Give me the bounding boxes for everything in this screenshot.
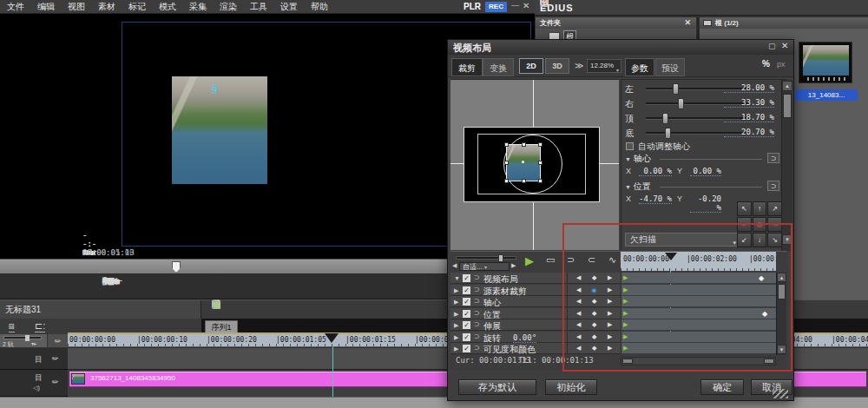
crop-bottom-slider-thumb[interactable] (665, 128, 671, 139)
nudge-up-right[interactable]: ↗ (767, 201, 782, 216)
zoom-level-select[interactable]: 12.28% ▾ (587, 59, 621, 73)
initialize-button[interactable]: 初始化 (545, 379, 597, 395)
track1-header[interactable]: 目 ✎ (0, 348, 68, 370)
anchor-reset-button[interactable]: ⊃ (767, 153, 779, 163)
scroll-up-icon[interactable]: ▲ (782, 81, 792, 91)
track2-lock-icon[interactable]: ✎ (50, 377, 61, 387)
track2-video-icon[interactable]: 目 (35, 372, 43, 384)
reset-icon[interactable]: ⊃ (474, 344, 480, 352)
anchor-x-value[interactable]: 0.00 % (639, 167, 672, 176)
enable-checkbox[interactable]: ✓ (463, 345, 470, 352)
bin-clip-card[interactable] (799, 42, 852, 83)
dialog-close-icon[interactable]: ✕ (781, 41, 788, 50)
sequence-tab[interactable]: 序列1 (205, 320, 238, 333)
scroll-thumb[interactable] (783, 94, 792, 118)
rec-mode-button[interactable]: REC (485, 2, 507, 12)
bin-clip-filename[interactable]: 13_14083... (795, 89, 858, 101)
bin-palette-button[interactable]: ⧈ (9, 320, 15, 332)
scrub-handle[interactable] (172, 261, 181, 273)
source-browser-button[interactable]: ⊏: (35, 320, 45, 332)
timeline-playhead[interactable] (325, 333, 339, 343)
enable-checkbox[interactable]: ✓ (463, 333, 470, 341)
tab-presets[interactable]: 预设 (655, 58, 685, 76)
track-scale-carets-icon[interactable]: ▾▸ (31, 340, 36, 346)
enable-checkbox[interactable]: ✓ (463, 321, 470, 329)
crop-handle[interactable] (504, 142, 509, 147)
dialog-resize-grip[interactable] (773, 389, 788, 398)
menu-item[interactable]: 素材 (98, 1, 115, 13)
interpolation-select[interactable]: 自适... ▾ (459, 262, 510, 271)
position-reset-button[interactable]: ⊃ (767, 181, 779, 191)
folder-panel-close-icon[interactable]: ✕ (684, 17, 691, 29)
keyframe-zoom-slider[interactable] (456, 256, 516, 260)
position-y-value[interactable]: -0.20 % (690, 194, 721, 213)
folder-panel-header[interactable]: 文件夹 ✕ (536, 17, 696, 29)
crop-handle[interactable] (538, 179, 542, 183)
mode-2d-button[interactable]: 2D (519, 58, 543, 74)
crop-top-value[interactable]: 18.70 % (724, 113, 774, 122)
menu-item[interactable]: 模式 (159, 1, 176, 13)
tab-parameters[interactable]: 参数 (625, 58, 654, 76)
menu-item[interactable]: 文件 (7, 1, 24, 13)
expand-icon[interactable]: ▼ (454, 275, 460, 281)
menu-item[interactable]: 设置 (280, 1, 298, 13)
menu-item[interactable]: 编辑 (37, 1, 55, 13)
crop-left-slider-thumb[interactable] (673, 83, 679, 95)
crop-handle[interactable] (522, 179, 526, 183)
crop-right-slider-thumb[interactable] (678, 98, 684, 109)
expand-icon[interactable]: ▶ (454, 334, 458, 341)
tab-transform[interactable]: 变换 (483, 58, 514, 76)
fit-view-icon[interactable]: ≫ (575, 61, 583, 70)
unit-percent-button[interactable]: % (762, 59, 770, 69)
nudge-up-left[interactable]: ↖ (737, 201, 752, 216)
preset-prev-icon[interactable]: ◀ (452, 262, 457, 269)
reset-icon[interactable]: ⊃ (474, 286, 480, 293)
anchor-point[interactable] (522, 161, 524, 163)
crop-left-value[interactable]: 28.00 % (724, 83, 774, 93)
expand-icon[interactable]: ▶ (454, 345, 458, 352)
track2-header[interactable]: 目 ◁) ✎ (0, 370, 68, 397)
nudge-up[interactable]: ↑ (753, 201, 767, 216)
crop-right-value[interactable]: 33.30 % (724, 98, 774, 108)
track2-audio-icon[interactable]: ◁) (33, 385, 40, 392)
expand-icon[interactable]: ▶ (454, 311, 458, 318)
dialog-titlebar[interactable]: 视频布局 ▢ ✕ (448, 40, 793, 55)
minimize-icon[interactable]: — (511, 1, 519, 10)
reset-icon[interactable]: ⊃ (474, 332, 480, 340)
menu-item[interactable]: 渲染 (220, 1, 237, 13)
kf-row-value[interactable]: 0.00° (513, 333, 536, 343)
save-default-button[interactable]: 存为默认 (458, 379, 536, 395)
reset-icon[interactable]: ⊃ (474, 273, 480, 281)
preset-next-icon[interactable]: ▶ (511, 262, 516, 269)
enable-checkbox[interactable]: ✓ (463, 298, 470, 306)
reset-icon[interactable]: ⊃ (474, 297, 480, 305)
position-x-value[interactable]: -4.70 % (639, 194, 672, 204)
reset-icon[interactable]: ⊃ (474, 309, 480, 317)
unit-pixel-button[interactable]: px (777, 60, 786, 69)
track1-lock-icon[interactable]: ✎ (50, 353, 61, 364)
menu-item[interactable]: 工具 (250, 1, 267, 13)
expand-icon[interactable]: ▶ (454, 322, 458, 329)
crop-bottom-value[interactable]: 20.70 % (724, 128, 774, 137)
keyframe-zoom-thumb[interactable] (498, 254, 503, 262)
tab-crop[interactable]: 裁剪 (451, 58, 483, 76)
expand-icon[interactable]: ▶ (454, 299, 458, 306)
menu-item[interactable]: 帮助 (311, 1, 328, 13)
expand-icon[interactable]: ▶ (454, 287, 458, 294)
enable-checkbox[interactable]: ✓ (463, 274, 470, 282)
play-preview-button[interactable]: ▶ (525, 254, 534, 267)
show-on-monitor-button[interactable]: ▭ (546, 254, 555, 266)
mode-3d-button[interactable]: 3D (545, 58, 569, 74)
crop-handle[interactable] (504, 179, 509, 183)
menu-item[interactable]: 标记 (128, 1, 146, 13)
crop-handle[interactable] (538, 142, 542, 147)
dialog-maximize-icon[interactable]: ▢ (768, 42, 776, 50)
menu-item[interactable]: 视图 (68, 1, 85, 13)
crop-handle[interactable] (538, 161, 542, 165)
menu-item[interactable]: 采集 (189, 1, 207, 13)
auto-anchor-checkbox[interactable] (626, 142, 634, 150)
enable-checkbox[interactable]: ✓ (463, 286, 470, 294)
bin-panel-header[interactable]: 根 (1/2) (700, 17, 868, 29)
crop-top-slider-thumb[interactable] (662, 113, 668, 124)
plr-mode-button[interactable]: PLR (464, 2, 481, 11)
